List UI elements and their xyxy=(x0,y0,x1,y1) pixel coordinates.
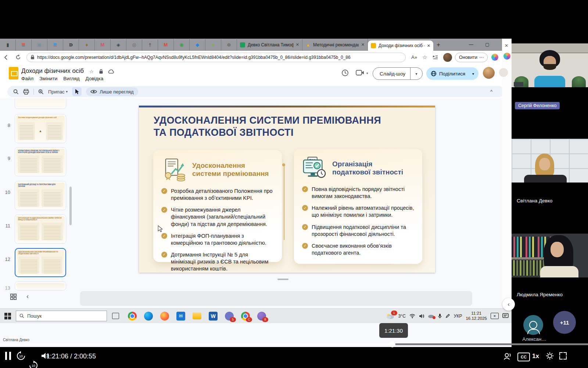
camera-dropdown-icon[interactable]: ▾ xyxy=(366,71,368,75)
pinned-tab[interactable]: ⊛ xyxy=(221,39,237,51)
menu-edit[interactable]: Змінити xyxy=(39,76,57,81)
task-view-icon[interactable] xyxy=(112,313,119,319)
window-minimize-button[interactable]: — xyxy=(463,39,479,51)
grid-view-icon[interactable] xyxy=(10,294,17,300)
reload-button[interactable] xyxy=(12,54,24,60)
microphone-icon[interactable] xyxy=(438,314,442,319)
cloud-saved-icon[interactable] xyxy=(108,69,114,74)
file-explorer-taskbar-icon[interactable] xyxy=(192,311,202,321)
copilot-icon[interactable] xyxy=(491,54,498,61)
tab-drive-recommend[interactable]: ▲ Методичні рекомендаці ✕ xyxy=(302,39,368,51)
pinned-tab[interactable]: † xyxy=(142,39,158,51)
read-aloud-icon[interactable]: A» xyxy=(409,54,420,60)
zoom-icon[interactable] xyxy=(38,89,44,95)
captions-button[interactable]: CC xyxy=(517,353,530,361)
slide-thumbnail-12-selected[interactable]: УДОСКОНАЛЕННЯ СИСТЕМИ ПРЕМІЮВАННЯ ТА ПОД… xyxy=(15,248,66,277)
collapse-toolbar-icon[interactable]: ^ xyxy=(490,89,492,94)
pen-icon[interactable] xyxy=(445,314,450,318)
tab-close-icon[interactable]: ✕ xyxy=(427,43,430,48)
lock-status-icon[interactable] xyxy=(99,69,103,74)
taskbar-search-box[interactable]: Пошук xyxy=(16,311,107,321)
url-bar[interactable]: https://docs.google.com/presentation/d/1… xyxy=(26,53,406,62)
share-dropdown-icon[interactable]: ▾ xyxy=(472,72,474,76)
onedrive-icon[interactable] xyxy=(428,314,434,318)
tab-close-icon[interactable]: ✕ xyxy=(296,42,299,47)
attendee-voice-icon[interactable] xyxy=(503,351,512,361)
settings-gear-icon[interactable] xyxy=(545,351,554,360)
word-taskbar-icon[interactable]: W xyxy=(208,311,218,321)
slide-thumbnail-9[interactable]: НОРМАТИВНО-ПРАВОВЕ РЕГУЛЮВАННЯ ОБЛІКУ І … xyxy=(15,147,66,176)
volume-icon[interactable] xyxy=(419,314,424,318)
search-menus-icon[interactable] xyxy=(13,89,19,95)
menu-file[interactable]: Файл xyxy=(21,76,33,81)
new-tab-button[interactable]: + xyxy=(433,41,444,49)
pinned-tab[interactable]: M xyxy=(158,39,174,51)
share-button[interactable]: Поділитися ▾ xyxy=(426,67,478,80)
progress-handle[interactable] xyxy=(389,341,395,347)
chrome-taskbar-icon[interactable] xyxy=(128,311,137,321)
back-button[interactable] xyxy=(0,54,12,60)
slide-thumbnail-13-partial[interactable] xyxy=(15,282,66,290)
start-button[interactable] xyxy=(4,313,11,319)
edge-taskbar-icon[interactable] xyxy=(144,311,153,321)
forward-10-button[interactable]: 10 xyxy=(29,361,38,368)
slideshow-button[interactable]: Слайд-шоу ▾ xyxy=(373,67,423,80)
pinned-tab[interactable]: ♦ xyxy=(79,39,95,51)
language-indicator[interactable]: УКР xyxy=(454,314,462,319)
pinned-tab[interactable]: ◉ xyxy=(174,39,190,51)
copilot-sidebar-icon[interactable] xyxy=(503,53,510,60)
playback-speed-button[interactable]: 1x xyxy=(532,353,539,360)
fullscreen-button[interactable] xyxy=(559,352,567,360)
browser-profile-avatar[interactable] xyxy=(443,53,452,62)
rewind-10-button[interactable]: 10 xyxy=(16,351,26,361)
slide-thumbnail-10[interactable]: ЗАРУБІЖНИЙ ДОСВІД ТА ПЕРСПЕКТИВИ ДЛЯ УКР… xyxy=(15,181,66,210)
pause-button[interactable] xyxy=(5,352,11,360)
favorite-star-icon[interactable]: ☆ xyxy=(420,54,430,61)
pinned-tab[interactable]: ◈ xyxy=(111,39,126,51)
browser-update-button[interactable]: Оновити ⋯ xyxy=(455,53,488,62)
mail-taskbar-icon[interactable]: ✉ xyxy=(176,311,186,321)
firefox-taskbar-icon[interactable] xyxy=(160,311,169,321)
star-icon[interactable]: ☆ xyxy=(89,69,94,74)
pinned-tab[interactable]: ◆ xyxy=(190,39,205,51)
teams-taskbar-icon[interactable]: 5 xyxy=(225,311,234,321)
pinned-tab[interactable]: ≣ xyxy=(47,39,63,51)
chrome-profile-taskbar-icon[interactable]: C xyxy=(241,311,250,321)
sidebar-close-icon[interactable]: ✕ xyxy=(505,43,508,48)
window-maximize-button[interactable]: ▢ xyxy=(479,39,495,51)
slide-thumbnail-8[interactable]: Система оподаткування доходів фізичних о… xyxy=(15,114,66,143)
meet-camera-icon[interactable] xyxy=(356,70,365,76)
fit-zoom-select[interactable]: Припас ▾ xyxy=(48,89,68,95)
print-icon[interactable] xyxy=(23,89,29,95)
favorites-list-icon[interactable] xyxy=(430,55,440,60)
viber-taskbar-icon[interactable]: 8 xyxy=(257,311,266,321)
slide-thumbnail-11[interactable]: ОРГАНІЗАЦІЯ ТА ВДОСКОНАЛЕННЯ ОБЛІКУ ОПЛА… xyxy=(15,215,66,244)
wifi-icon[interactable] xyxy=(409,314,415,318)
panel-collapse-button[interactable]: ‹ xyxy=(502,298,515,311)
weather-icon[interactable]: 1 xyxy=(386,313,395,319)
menu-view[interactable]: Вигляд xyxy=(63,76,79,81)
taskbar-clock[interactable]: 11:21 16.12.2025 xyxy=(466,311,487,321)
notes-resize-handle[interactable] xyxy=(277,279,288,280)
pinned-tab[interactable]: ● xyxy=(205,39,221,51)
tab-slides-active[interactable]: Доходи фізичних осіб - ✕ xyxy=(368,40,433,51)
filmstrip-scrollbar[interactable] xyxy=(69,187,72,225)
pinned-tab[interactable]: ◎ xyxy=(126,39,142,51)
tab-close-icon[interactable]: ✕ xyxy=(361,42,365,47)
touch-keyboard-icon[interactable]: ✕ xyxy=(491,313,499,319)
slideshow-dropdown-icon[interactable]: ▾ xyxy=(410,68,422,79)
menu-help[interactable]: Довідка xyxy=(86,76,104,81)
version-history-icon[interactable] xyxy=(341,69,349,77)
document-title[interactable]: Доходи фізичних осіб xyxy=(21,67,84,75)
slide-thumbnail-7-partial[interactable] xyxy=(15,98,66,109)
tab-sheets-devko[interactable]: Девко Світлана Тимофі ✕ xyxy=(237,39,302,51)
select-tool-button[interactable] xyxy=(72,87,82,96)
slides-logo[interactable] xyxy=(9,67,18,79)
pinned-tab[interactable]: ▮ xyxy=(0,39,16,51)
collapse-filmstrip-icon[interactable]: ‹ xyxy=(26,293,29,300)
pinned-tab[interactable]: M xyxy=(95,39,111,51)
account-avatar[interactable] xyxy=(483,67,495,79)
pinned-tab[interactable]: D xyxy=(63,39,79,51)
notification-center-icon[interactable] xyxy=(502,313,509,319)
pinned-tab[interactable]: ▣ xyxy=(32,39,47,51)
